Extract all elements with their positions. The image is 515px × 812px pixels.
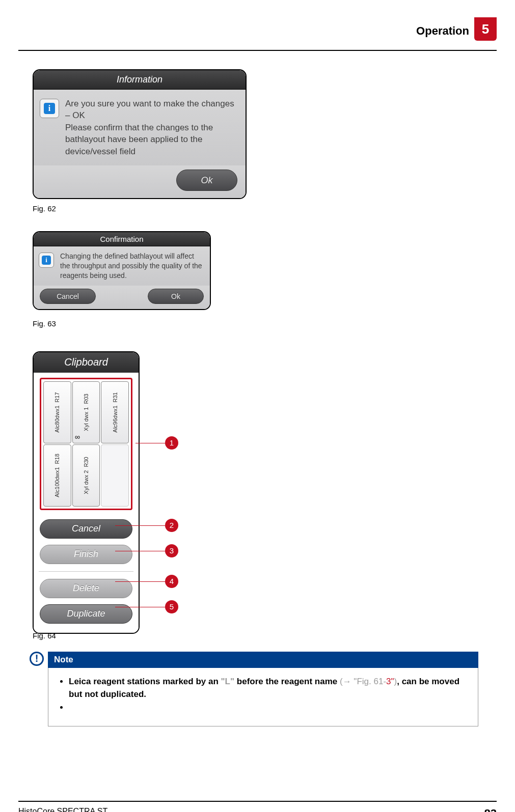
ok-button[interactable]: Ok [148, 289, 204, 304]
clipboard-title: Clipboard [34, 352, 139, 373]
callout-line [115, 551, 165, 551]
reagent-cell-empty[interactable] [101, 444, 129, 507]
dialog-title: Confirmation [34, 232, 210, 246]
note-body: Leica reagent stations marked by an "L" … [48, 668, 478, 727]
callout-line [115, 607, 165, 607]
dialog-title: Information [34, 70, 246, 90]
clipboard-panel: Clipboard Alc80dwx1R17 Alc100dwx1R18 [33, 351, 140, 634]
reagent-cell[interactable]: Alc96dwx1R31 [101, 381, 129, 443]
figure-caption: Fig. 62 [33, 204, 497, 213]
dialog-message: Are you sure you want to make the change… [65, 98, 236, 157]
callout-line [115, 525, 165, 526]
ok-button[interactable]: Ok [176, 170, 237, 191]
chapter-badge: 5 [474, 17, 497, 41]
footer-product: HistoCore SPECTRA ST [18, 807, 107, 812]
callout-marker-5: 5 [165, 600, 178, 613]
reagent-cell[interactable]: Alc100dwx1R18 [43, 444, 71, 507]
figure-caption: Fig. 63 [33, 319, 497, 328]
callout-marker-1: 1 [165, 436, 178, 450]
attention-icon: ! [30, 652, 44, 666]
cancel-button[interactable]: Cancel [40, 289, 96, 304]
dialog-message: Changing the defined bathlayout will aff… [60, 251, 205, 281]
callout-line [135, 443, 165, 443]
info-icon: i [39, 253, 54, 268]
callout-marker-4: 4 [165, 575, 178, 588]
callout-line [115, 581, 165, 582]
reagent-cell[interactable]: Xyl dwx 2R30 [72, 444, 100, 507]
reagent-cell[interactable]: Xyl dwx 1R03 ∞ [72, 381, 100, 443]
callout-marker-3: 3 [165, 544, 178, 557]
information-dialog: Information i Are you sure you want to m… [33, 69, 247, 199]
confirmation-dialog: Confirmation i Changing the defined bath… [33, 231, 211, 310]
callout-marker-2: 2 [165, 519, 178, 532]
note-block: ! Note Leica reagent stations marked by … [30, 652, 478, 727]
cancel-button[interactable]: Cancel [40, 519, 132, 539]
note-bullet-empty [69, 701, 469, 714]
infinity-icon: ∞ [75, 433, 80, 441]
note-heading: Note [48, 652, 478, 668]
section-title: Operation [416, 24, 469, 38]
figure-caption: Fig. 64 [33, 631, 56, 640]
page-number: 83 [484, 807, 497, 812]
reagent-grid[interactable]: Alc80dwx1R17 Alc100dwx1R18 Xyl dwx 1R03 … [40, 378, 132, 510]
note-bullet: Leica reagent stations marked by an "L" … [69, 675, 469, 701]
info-icon: i [40, 99, 59, 118]
finish-button[interactable]: Finish [40, 545, 132, 564]
divider [39, 571, 133, 572]
reagent-cell[interactable]: Alc80dwx1R17 [43, 381, 71, 443]
